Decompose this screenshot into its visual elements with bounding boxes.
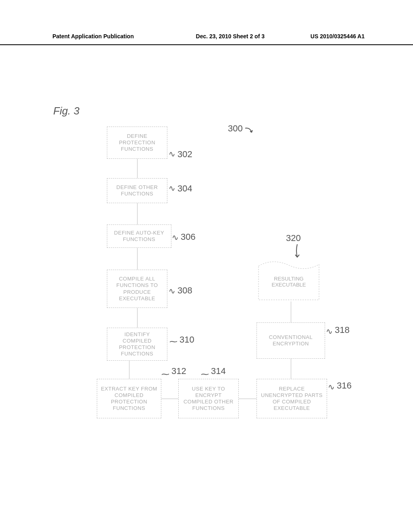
- doc-resulting-executable: RESULTING EXECUTABLE: [257, 258, 321, 302]
- ref-302: 302: [177, 149, 192, 160]
- connector: [239, 399, 257, 399]
- connector: [137, 159, 138, 178]
- ref-tick: ∿: [169, 149, 175, 159]
- box-define-other: DEFINE OTHER FUNCTIONS: [107, 178, 167, 203]
- ref-308: 308: [177, 285, 192, 296]
- ref-310: 310: [179, 335, 194, 345]
- ref-tick: ∿: [169, 183, 175, 193]
- ref-304: 304: [177, 183, 192, 194]
- ref-hook-icon: [293, 243, 301, 259]
- diagram-canvas: DEFINE PROTECTION FUNCTIONS DEFINE OTHER…: [0, 0, 413, 532]
- ref-tick: ∿: [326, 326, 333, 336]
- connector: [129, 361, 129, 379]
- connector: [291, 301, 291, 322]
- ref-312: 312: [171, 366, 186, 376]
- connector: [137, 308, 138, 328]
- ref-320: 320: [286, 233, 301, 243]
- connector: [137, 203, 138, 224]
- ref-318: 318: [335, 325, 350, 335]
- ref-316: 316: [337, 380, 352, 391]
- box-compile-all: COMPILE ALL FUNCTIONS TO PRODUCE EXECUTA…: [107, 270, 167, 308]
- ref-314: 314: [211, 366, 226, 376]
- ref-hook-icon: [244, 127, 254, 136]
- connector: [161, 399, 178, 399]
- ref-tick: ⁓: [161, 369, 169, 379]
- box-extract-key: EXTRACT KEY FROM COMPILED PROTECTION FUN…: [97, 379, 161, 418]
- connector: [137, 248, 138, 270]
- box-use-key-encrypt: USE KEY TO ENCRYPT COMPILED OTHER FUNCTI…: [178, 379, 239, 418]
- box-conventional-encryption: CONVENTIONAL ENCRYPTION: [257, 322, 325, 359]
- ref-tick: ⁓: [201, 369, 209, 379]
- box-replace-unencrypted: REPLACE UNENCRYPTED PARTS OF COMPILED EX…: [257, 379, 327, 418]
- ref-tick: ∿: [169, 286, 175, 296]
- connector: [291, 359, 291, 379]
- box-identify-compiled: IDENTIFY COMPILED PROTECTION FUNCTIONS: [107, 328, 167, 361]
- doc-label: RESULTING EXECUTABLE: [257, 258, 321, 302]
- ref-306: 306: [181, 232, 196, 242]
- ref-tick: ∿: [172, 233, 179, 242]
- box-define-autokey: DEFINE AUTO-KEY FUNCTIONS: [107, 224, 171, 248]
- ref-tick: ∿: [328, 382, 335, 392]
- box-define-protection: DEFINE PROTECTION FUNCTIONS: [107, 127, 167, 159]
- ref-300: 300: [228, 123, 243, 134]
- ref-tick: ⁓: [169, 337, 177, 346]
